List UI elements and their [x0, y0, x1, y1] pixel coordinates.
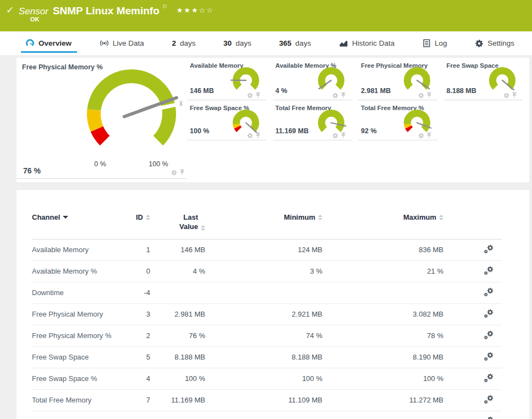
channel-minimum: 2.921 MB	[205, 303, 322, 325]
tab-30-days[interactable]: 30 days	[223, 31, 251, 55]
sort-icon[interactable]	[201, 225, 205, 231]
tab-settings[interactable]: Settings	[475, 31, 514, 55]
flag-icon[interactable]: ⚐	[162, 3, 168, 10]
pin-icon[interactable]	[426, 92, 432, 99]
status-badge: OK	[30, 16, 40, 23]
chart-icon	[339, 39, 348, 47]
channel-settings-icon[interactable]	[484, 287, 494, 297]
channel-settings-icon[interactable]	[484, 416, 494, 419]
table-row[interactable]: Total Free Memory % 6 92 % 92 % 93 %	[32, 411, 502, 419]
sort-icon[interactable]	[439, 215, 443, 220]
channel-settings-icon[interactable]	[484, 266, 494, 275]
channel-maximum: 93 %	[322, 411, 443, 419]
channel-id: 2	[118, 325, 150, 346]
pin-icon[interactable]	[426, 132, 432, 139]
tab-log[interactable]: Log	[423, 31, 447, 55]
gauge-value: 100 %	[190, 127, 209, 135]
channel-maximum	[322, 282, 443, 303]
channel-maximum: 78 %	[322, 325, 443, 346]
gauge-min-label: 0 %	[88, 160, 112, 168]
channel-minimum: 74 %	[205, 325, 322, 346]
column-header[interactable]: Channel	[32, 213, 60, 221]
channel-settings-icon[interactable]	[484, 352, 494, 361]
channel-minimum: 92 %	[205, 411, 322, 419]
pin-icon[interactable]	[341, 92, 346, 99]
tab-bar: Overview Live Data 2 days 30 days 365 da…	[0, 31, 532, 55]
tab-overview[interactable]: Overview	[25, 31, 72, 55]
tab-historic-data[interactable]: Historic Data	[339, 31, 394, 55]
channel-settings-icon[interactable]	[484, 330, 494, 340]
channel-maximum: 836 MB	[322, 239, 443, 260]
gear-icon[interactable]	[247, 92, 253, 99]
gauge-value: 2.981 MB	[361, 87, 391, 95]
gear-icon[interactable]	[503, 92, 509, 99]
gauge-max-label: 100 %	[146, 160, 171, 168]
pin-icon[interactable]	[341, 132, 346, 139]
table-row[interactable]: Available Memory 1 146 MB 124 MB 836 MB	[32, 239, 502, 260]
channel-last-value: 146 MB	[150, 239, 205, 260]
priority-stars[interactable]: ★★★☆☆	[177, 6, 214, 14]
channel-settings-icon[interactable]	[484, 373, 494, 383]
pin-icon[interactable]	[512, 92, 517, 99]
pin-icon[interactable]	[255, 92, 261, 99]
pin-icon[interactable]	[179, 169, 185, 176]
channel-id: 0	[118, 260, 150, 282]
channel-last-value: 8.188 MB	[150, 346, 205, 368]
table-row[interactable]: Available Memory % 0 4 % 3 % 21 %	[32, 260, 502, 282]
pin-icon[interactable]	[255, 132, 261, 139]
mini-gauge-panel[interactable]: Available Memory 146 MB	[187, 58, 266, 100]
gear-icon[interactable]	[247, 133, 253, 139]
table-row[interactable]: Free Swap Space % 4 100 % 100 % 100 %	[32, 368, 502, 389]
gear-icon[interactable]	[171, 170, 177, 176]
gear-icon[interactable]	[332, 92, 338, 99]
channel-id: 7	[118, 389, 150, 411]
channel-last-value: 2.981 MB	[150, 303, 205, 325]
table-row[interactable]: Free Physical Memory 3 2.981 MB 2.921 MB…	[32, 303, 502, 325]
table-row[interactable]: Free Swap Space 5 8.188 MB 8.188 MB 8.19…	[32, 346, 502, 368]
channel-id: 4	[118, 368, 150, 389]
table-row[interactable]: Total Free Memory 7 11.169 MB 11.109 MB …	[32, 389, 502, 411]
tab-365-days[interactable]: 365 days	[279, 31, 311, 55]
mini-gauge-panel[interactable]: Free Physical Memory 2.981 MB	[358, 58, 437, 100]
mini-gauge-panel[interactable]: Available Memory % 4 %	[273, 58, 352, 100]
mini-gauge-panel[interactable]: Free Swap Space % 100 %	[187, 100, 266, 140]
sensor-title: SNMP Linux Meminfo	[53, 5, 160, 17]
sort-icon[interactable]	[318, 215, 322, 220]
svg-text:x̄: x̄	[179, 100, 183, 107]
sort-icon[interactable]	[63, 216, 68, 220]
log-icon	[423, 39, 431, 47]
channel-minimum: 8.188 MB	[205, 346, 322, 368]
sort-icon[interactable]	[146, 215, 150, 220]
mini-gauge-panel[interactable]: Total Free Memory 11.169 MB	[273, 100, 352, 140]
channel-last-value: 4 %	[150, 260, 205, 282]
table-row[interactable]: Downtime -4	[32, 282, 502, 303]
mini-gauge-panel[interactable]: Free Swap Space 8.188 MB	[444, 58, 523, 100]
gear-icon[interactable]	[418, 92, 424, 99]
channel-name: Free Physical Memory %	[32, 325, 118, 346]
gauge-chart	[231, 65, 261, 96]
channel-id: 1	[118, 239, 150, 260]
table-row[interactable]: Free Physical Memory % 2 76 % 74 % 78 %	[32, 325, 502, 346]
sensor-header: ✓ SensorSNMP Linux Meminfo⚐★★★☆☆ OK	[0, 0, 532, 31]
column-header[interactable]: ID	[136, 213, 143, 221]
tab-live-data[interactable]: Live Data	[100, 31, 144, 55]
gauge-value: 4 %	[276, 87, 288, 95]
channel-settings-icon[interactable]	[484, 395, 494, 404]
channel-name: Available Memory	[32, 239, 118, 260]
channel-settings-icon[interactable]	[484, 309, 494, 318]
channel-name: Downtime	[32, 282, 118, 303]
channel-settings-icon[interactable]	[484, 244, 494, 254]
gauge-value: 92 %	[361, 127, 377, 135]
gear-icon[interactable]	[332, 133, 338, 139]
column-header[interactable]: Last Value	[173, 213, 198, 232]
gear-icon[interactable]	[418, 133, 424, 139]
gear-icon	[475, 39, 484, 48]
mini-gauge-grid: Available Memory 146 MB Available Memory…	[187, 58, 529, 182]
tab-2-days[interactable]: 2 days	[172, 31, 195, 55]
mini-gauge-panel[interactable]: Total Free Memory % 92 %	[358, 100, 437, 140]
column-header[interactable]: Minimum	[284, 213, 315, 221]
channel-name: Free Physical Memory	[32, 303, 118, 325]
channel-minimum: 124 MB	[205, 239, 322, 260]
primary-gauge-panel[interactable]: Free Physical Memory % x̄ 0 % 100 % 76 %	[17, 58, 187, 179]
column-header[interactable]: Maximum	[403, 213, 436, 221]
